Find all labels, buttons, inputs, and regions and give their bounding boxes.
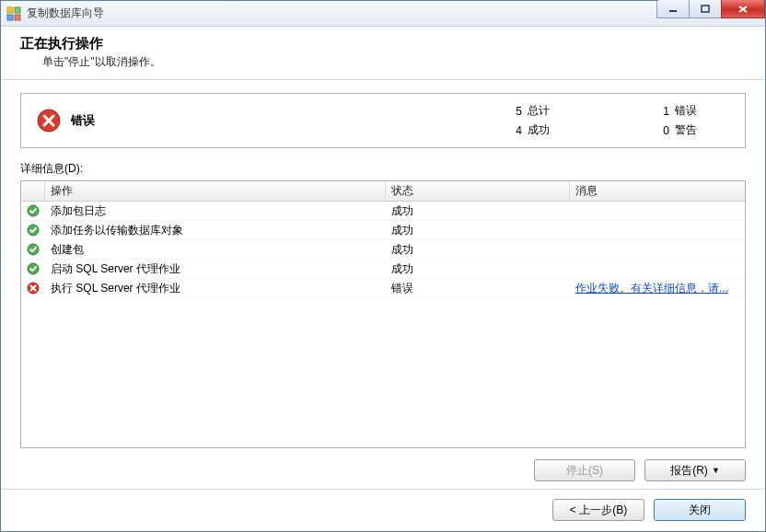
page-title: 正在执行操作 [20, 35, 746, 52]
cell-action: 添加包日志 [45, 203, 386, 219]
footer-bar: < 上一步(B) 关闭 [2, 489, 764, 530]
svg-rect-0 [7, 7, 13, 13]
cell-action: 执行 SQL Server 代理作业 [45, 281, 386, 296]
summary-box: 错误 5 总计 1 错误 4 成功 0 警告 [20, 93, 746, 148]
cell-status: 错误 [386, 281, 570, 296]
error-icon [36, 108, 62, 133]
col-icon [21, 181, 45, 201]
action-buttons: 停止(S) 报告(R) ▼ [20, 448, 746, 489]
success-label: 成功 [528, 122, 583, 138]
col-message[interactable]: 消息 [570, 181, 745, 201]
svg-rect-2 [7, 15, 13, 20]
warning-label: 警告 [675, 122, 730, 138]
close-icon [737, 5, 749, 14]
content-area: 正在执行操作 单击"停止"以取消操作。 错误 5 总计 1 错误 [1, 27, 765, 531]
cell-status: 成功 [386, 223, 570, 238]
summary-label: 错误 [71, 112, 95, 129]
heading-block: 正在执行操作 单击"停止"以取消操作。 [2, 28, 764, 80]
svg-rect-5 [702, 6, 709, 12]
warning-count: 0 [583, 124, 675, 137]
table-row[interactable]: 添加任务以传输数据库对象成功 [21, 221, 745, 240]
error-details-link[interactable]: 作业失败。有关详细信息，请... [575, 282, 728, 295]
details-label: 详细信息(D): [20, 161, 746, 177]
cell-message: 作业失败。有关详细信息，请... [570, 281, 745, 296]
title-bar: 复制数据库向导 [1, 1, 765, 27]
table-row[interactable]: 添加包日志成功 [21, 202, 745, 221]
dropdown-icon: ▼ [712, 466, 720, 475]
grid-body: 添加包日志成功添加任务以传输数据库对象成功创建包成功启动 SQL Server … [21, 202, 745, 447]
window-title: 复制数据库向导 [27, 6, 104, 21]
window-controls [657, 0, 765, 18]
table-row[interactable]: 创建包成功 [21, 240, 745, 260]
app-icon [6, 6, 21, 21]
success-icon [21, 243, 45, 256]
table-row[interactable]: 执行 SQL Server 代理作业错误作业失败。有关详细信息，请... [21, 279, 745, 298]
cell-status: 成功 [386, 203, 570, 219]
success-icon [21, 224, 45, 237]
report-button[interactable]: 报告(R) ▼ [644, 459, 746, 481]
stop-button: 停止(S) [534, 459, 635, 481]
close-wizard-button[interactable]: 关闭 [654, 499, 746, 521]
cell-status: 成功 [386, 261, 570, 277]
summary-stats: 5 总计 1 错误 4 成功 0 警告 [435, 103, 730, 138]
maximize-button[interactable] [689, 0, 722, 18]
error-count: 1 [583, 105, 675, 118]
cell-action: 添加任务以传输数据库对象 [45, 223, 386, 238]
maximize-icon [701, 5, 710, 14]
total-label: 总计 [528, 103, 583, 119]
results-grid: 操作 状态 消息 添加包日志成功添加任务以传输数据库对象成功创建包成功启动 SQ… [20, 180, 746, 448]
success-icon [21, 262, 45, 275]
minimize-button[interactable] [656, 0, 690, 18]
total-count: 5 [435, 105, 528, 118]
success-icon [21, 204, 45, 217]
table-row[interactable]: 启动 SQL Server 代理作业成功 [21, 260, 745, 279]
close-button[interactable] [721, 0, 765, 18]
col-action[interactable]: 操作 [45, 181, 386, 201]
svg-rect-1 [15, 7, 20, 13]
grid-header: 操作 状态 消息 [21, 181, 745, 202]
cell-action: 启动 SQL Server 代理作业 [45, 261, 386, 277]
success-count: 4 [435, 124, 528, 137]
error-label: 错误 [675, 103, 730, 119]
wizard-window: 复制数据库向导 正在执行操作 单击"停止"以取消操作。 [0, 0, 766, 532]
error-icon [21, 282, 45, 295]
cell-status: 成功 [386, 242, 570, 258]
inner-panel: 错误 5 总计 1 错误 4 成功 0 警告 详细信息(D): 操作 状态 [2, 80, 764, 489]
minimize-icon [668, 5, 678, 14]
svg-rect-3 [15, 15, 20, 20]
svg-rect-4 [669, 10, 677, 12]
report-button-label: 报告(R) [670, 463, 708, 479]
back-button[interactable]: < 上一步(B) [552, 499, 644, 521]
page-subtitle: 单击"停止"以取消操作。 [20, 54, 746, 70]
cell-action: 创建包 [45, 242, 386, 258]
col-status[interactable]: 状态 [386, 181, 570, 201]
